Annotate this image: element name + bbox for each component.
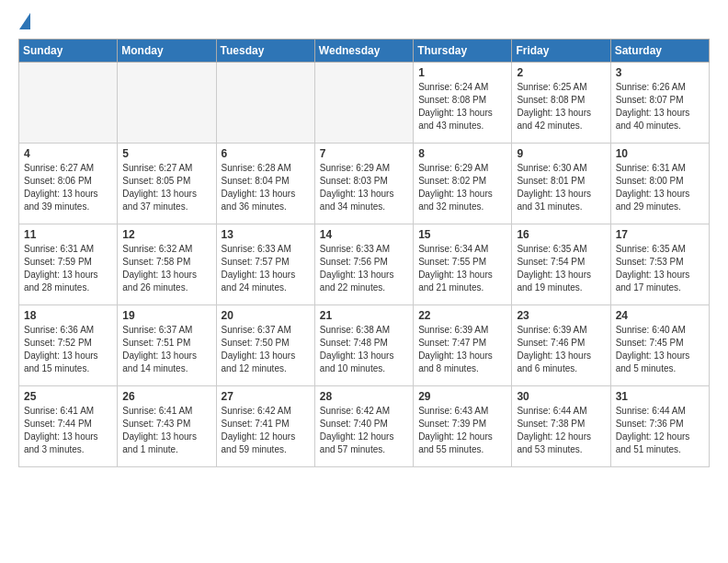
day-number: 12: [122, 228, 210, 241]
calendar-cell: 19Sunrise: 6:37 AM Sunset: 7:51 PM Dayli…: [118, 305, 216, 386]
day-info: Sunrise: 6:42 AM Sunset: 7:40 PM Dayligh…: [320, 405, 408, 456]
day-info: Sunrise: 6:32 AM Sunset: 7:58 PM Dayligh…: [122, 243, 210, 294]
day-number: 14: [320, 228, 408, 241]
day-info: Sunrise: 6:33 AM Sunset: 7:57 PM Dayligh…: [222, 243, 310, 294]
day-number: 26: [122, 390, 210, 403]
calendar-cell: [19, 63, 118, 144]
calendar-cell: 1Sunrise: 6:24 AM Sunset: 8:08 PM Daylig…: [414, 63, 512, 144]
calendar-cell: 12Sunrise: 6:32 AM Sunset: 7:58 PM Dayli…: [118, 224, 216, 305]
calendar-cell: 28Sunrise: 6:42 AM Sunset: 7:40 PM Dayli…: [314, 386, 413, 467]
day-number: 13: [222, 228, 310, 241]
day-info: Sunrise: 6:43 AM Sunset: 7:39 PM Dayligh…: [418, 405, 506, 456]
day-number: 16: [517, 228, 605, 241]
day-number: 10: [616, 147, 704, 160]
day-number: 4: [24, 147, 112, 160]
calendar-cell: 17Sunrise: 6:35 AM Sunset: 7:53 PM Dayli…: [610, 224, 709, 305]
day-of-week-header: Sunday: [19, 40, 118, 63]
day-number: 30: [517, 390, 605, 403]
calendar-cell: 29Sunrise: 6:43 AM Sunset: 7:39 PM Dayli…: [414, 386, 512, 467]
day-number: 17: [616, 228, 704, 241]
calendar-cell: 11Sunrise: 6:31 AM Sunset: 7:59 PM Dayli…: [19, 224, 118, 305]
day-info: Sunrise: 6:27 AM Sunset: 8:06 PM Dayligh…: [24, 162, 112, 213]
day-number: 19: [122, 309, 210, 322]
calendar-cell: 18Sunrise: 6:36 AM Sunset: 7:52 PM Dayli…: [19, 305, 118, 386]
day-number: 3: [616, 66, 704, 79]
day-info: Sunrise: 6:25 AM Sunset: 8:08 PM Dayligh…: [517, 81, 605, 132]
day-number: 27: [222, 390, 310, 403]
calendar-cell: 7Sunrise: 6:29 AM Sunset: 8:03 PM Daylig…: [314, 144, 413, 224]
calendar-cell: 13Sunrise: 6:33 AM Sunset: 7:57 PM Dayli…: [216, 224, 314, 305]
calendar-cell: 31Sunrise: 6:44 AM Sunset: 7:36 PM Dayli…: [610, 386, 709, 467]
calendar-cell: 24Sunrise: 6:40 AM Sunset: 7:45 PM Dayli…: [610, 305, 709, 386]
day-info: Sunrise: 6:31 AM Sunset: 8:00 PM Dayligh…: [616, 162, 704, 213]
day-info: Sunrise: 6:41 AM Sunset: 7:43 PM Dayligh…: [122, 405, 210, 456]
day-number: 5: [122, 147, 210, 160]
day-number: 31: [616, 390, 704, 403]
calendar-cell: 3Sunrise: 6:26 AM Sunset: 8:07 PM Daylig…: [610, 63, 709, 144]
calendar-cell: 8Sunrise: 6:29 AM Sunset: 8:02 PM Daylig…: [414, 144, 512, 224]
calendar-cell: 21Sunrise: 6:38 AM Sunset: 7:48 PM Dayli…: [314, 305, 413, 386]
logo: [18, 15, 30, 31]
day-info: Sunrise: 6:28 AM Sunset: 8:04 PM Dayligh…: [222, 162, 310, 213]
day-number: 11: [24, 228, 112, 241]
day-info: Sunrise: 6:39 AM Sunset: 7:46 PM Dayligh…: [517, 324, 605, 375]
day-number: 25: [24, 390, 112, 403]
day-number: 7: [320, 147, 408, 160]
day-info: Sunrise: 6:36 AM Sunset: 7:52 PM Dayligh…: [24, 324, 112, 375]
calendar-cell: 26Sunrise: 6:41 AM Sunset: 7:43 PM Dayli…: [118, 386, 216, 467]
day-of-week-header: Monday: [118, 40, 216, 63]
day-number: 29: [418, 390, 506, 403]
day-info: Sunrise: 6:41 AM Sunset: 7:44 PM Dayligh…: [24, 405, 112, 456]
day-info: Sunrise: 6:35 AM Sunset: 7:54 PM Dayligh…: [517, 243, 605, 294]
calendar-cell: 27Sunrise: 6:42 AM Sunset: 7:41 PM Dayli…: [216, 386, 314, 467]
day-info: Sunrise: 6:44 AM Sunset: 7:38 PM Dayligh…: [517, 405, 605, 456]
day-info: Sunrise: 6:30 AM Sunset: 8:01 PM Dayligh…: [517, 162, 605, 213]
calendar-cell: [216, 63, 314, 144]
day-of-week-header: Friday: [512, 40, 610, 63]
day-number: 20: [222, 309, 310, 322]
calendar-cell: 5Sunrise: 6:27 AM Sunset: 8:05 PM Daylig…: [118, 144, 216, 224]
calendar-cell: [118, 63, 216, 144]
calendar-cell: 16Sunrise: 6:35 AM Sunset: 7:54 PM Dayli…: [512, 224, 610, 305]
day-info: Sunrise: 6:38 AM Sunset: 7:48 PM Dayligh…: [320, 324, 408, 375]
day-number: 18: [24, 309, 112, 322]
day-number: 2: [517, 66, 605, 79]
day-number: 15: [418, 228, 506, 241]
day-info: Sunrise: 6:31 AM Sunset: 7:59 PM Dayligh…: [24, 243, 112, 294]
calendar-cell: 25Sunrise: 6:41 AM Sunset: 7:44 PM Dayli…: [19, 386, 118, 467]
day-info: Sunrise: 6:33 AM Sunset: 7:56 PM Dayligh…: [320, 243, 408, 294]
day-of-week-header: Wednesday: [314, 40, 413, 63]
day-of-week-header: Tuesday: [216, 40, 314, 63]
day-number: 24: [616, 309, 704, 322]
day-info: Sunrise: 6:37 AM Sunset: 7:51 PM Dayligh…: [122, 324, 210, 375]
day-number: 6: [222, 147, 310, 160]
calendar-cell: 30Sunrise: 6:44 AM Sunset: 7:38 PM Dayli…: [512, 386, 610, 467]
day-info: Sunrise: 6:40 AM Sunset: 7:45 PM Dayligh…: [616, 324, 704, 375]
calendar-cell: 9Sunrise: 6:30 AM Sunset: 8:01 PM Daylig…: [512, 144, 610, 224]
day-info: Sunrise: 6:27 AM Sunset: 8:05 PM Dayligh…: [122, 162, 210, 213]
day-number: 23: [517, 309, 605, 322]
day-number: 21: [320, 309, 408, 322]
day-number: 9: [517, 147, 605, 160]
day-info: Sunrise: 6:34 AM Sunset: 7:55 PM Dayligh…: [418, 243, 506, 294]
day-info: Sunrise: 6:44 AM Sunset: 7:36 PM Dayligh…: [616, 405, 704, 456]
calendar-cell: 2Sunrise: 6:25 AM Sunset: 8:08 PM Daylig…: [512, 63, 610, 144]
calendar-cell: 23Sunrise: 6:39 AM Sunset: 7:46 PM Dayli…: [512, 305, 610, 386]
day-info: Sunrise: 6:39 AM Sunset: 7:47 PM Dayligh…: [418, 324, 506, 375]
calendar-cell: 22Sunrise: 6:39 AM Sunset: 7:47 PM Dayli…: [414, 305, 512, 386]
day-number: 28: [320, 390, 408, 403]
day-info: Sunrise: 6:24 AM Sunset: 8:08 PM Dayligh…: [418, 81, 506, 132]
logo-triangle-icon: [19, 13, 30, 29]
day-info: Sunrise: 6:29 AM Sunset: 8:02 PM Dayligh…: [418, 162, 506, 213]
calendar-cell: 15Sunrise: 6:34 AM Sunset: 7:55 PM Dayli…: [414, 224, 512, 305]
day-info: Sunrise: 6:29 AM Sunset: 8:03 PM Dayligh…: [320, 162, 408, 213]
day-info: Sunrise: 6:37 AM Sunset: 7:50 PM Dayligh…: [222, 324, 310, 375]
calendar-cell: 6Sunrise: 6:28 AM Sunset: 8:04 PM Daylig…: [216, 144, 314, 224]
day-number: 22: [418, 309, 506, 322]
day-info: Sunrise: 6:42 AM Sunset: 7:41 PM Dayligh…: [222, 405, 310, 456]
calendar-cell: [314, 63, 413, 144]
day-info: Sunrise: 6:35 AM Sunset: 7:53 PM Dayligh…: [616, 243, 704, 294]
calendar-cell: 20Sunrise: 6:37 AM Sunset: 7:50 PM Dayli…: [216, 305, 314, 386]
calendar-cell: 10Sunrise: 6:31 AM Sunset: 8:00 PM Dayli…: [610, 144, 709, 224]
calendar-table: SundayMondayTuesdayWednesdayThursdayFrid…: [18, 39, 710, 467]
